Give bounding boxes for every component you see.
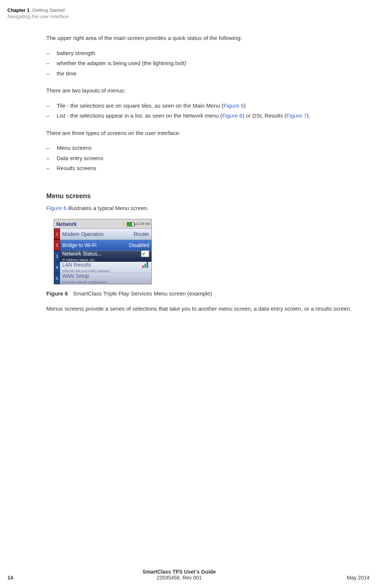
figure-label: Figure 6 (46, 290, 68, 297)
status-list: battery strength whether the adapter is … (46, 49, 369, 78)
device-menu-row[interactable]: 3Network Status...IP Address status, etc… (54, 251, 151, 262)
list-item: whether the adapter is being used (the l… (46, 59, 369, 68)
section-heading: Menu screens (46, 191, 369, 201)
figure: Network ⚡ 11:39 AM 1Modem OperationRoute… (54, 219, 369, 284)
row-number: 4 (54, 262, 60, 273)
row-number: 3 (54, 251, 60, 262)
list-item: Menu screens (46, 144, 369, 152)
device-title: Network (56, 220, 77, 228)
row-cell: Bridge to Wi-FiDisabled (60, 240, 151, 251)
footer-date: May 2014 (332, 575, 369, 581)
row-cell: LAN ResultsEthernet link and traffic sta… (60, 262, 151, 273)
list-item: Data entry screens (46, 154, 369, 163)
row-label: Bridge to Wi-Fi (62, 241, 97, 249)
footer-title: SmartClass TPS User's Guide (143, 569, 216, 575)
list-item: battery strength (46, 49, 369, 58)
device-screenshot: Network ⚡ 11:39 AM 1Modem OperationRoute… (54, 219, 152, 284)
layouts-list: Tile - the selections are on square tile… (46, 102, 369, 120)
row-number: 2 (54, 240, 60, 251)
list-item: the time (46, 70, 369, 78)
figure-link[interactable]: Figure 5 (224, 102, 244, 109)
layouts-intro: There are two layouts of menus: (46, 87, 369, 95)
list-item: Tile - the selections are on square tile… (46, 102, 369, 110)
footer-doc: 22035456, Rev 001 (157, 575, 202, 581)
row-cell: WAN SetupExternal network configuration (60, 273, 151, 284)
lightning-icon: ⚡ (122, 222, 126, 227)
row-label: LAN Results (62, 261, 91, 269)
row-subtitle: External network configuration (62, 280, 149, 285)
figure-caption: Figure 6SmartClass Triple Play Services … (46, 290, 369, 298)
row-label: WAN Setup (62, 272, 89, 280)
row-cell: Modem OperationRouter (60, 229, 151, 240)
chapter-subtitle: Navigating the user interface (7, 14, 369, 19)
device-title-bar: Network ⚡ 11:39 AM (54, 219, 151, 229)
device-menu-row[interactable]: 4LAN ResultsEthernet link and traffic st… (54, 262, 151, 273)
device-menu-row[interactable]: 5WAN SetupExternal network configuration (54, 273, 151, 284)
figure-link[interactable]: Figure 6 (46, 205, 67, 211)
list-item: List - the selections appear in a list, … (46, 112, 369, 120)
row-number: 5 (54, 273, 60, 284)
figure-link[interactable]: Figure 7 (287, 112, 307, 119)
figure-caption-text: SmartClass Triple Play Services Menu scr… (73, 290, 212, 297)
page-footer: 14 SmartClass TPS User's Guide 22035456,… (7, 569, 369, 581)
device-time: 11:39 AM (136, 222, 150, 227)
row-value: Disabled (129, 241, 149, 249)
row-value: Router (134, 230, 149, 238)
intro-paragraph: The upper right area of the main screen … (46, 34, 369, 43)
menu-intro: Figure 6 illustrates a typical Menu scre… (46, 204, 369, 213)
chapter-title: Getting Started (32, 7, 64, 13)
row-number: 1 (54, 229, 60, 240)
closing-paragraph: Menus screens provide a series of select… (46, 305, 369, 313)
figure-link[interactable]: Figure 6 (222, 112, 242, 119)
screen-types-list: Menu screens Data entry screens Results … (46, 144, 369, 173)
chapter-label: Chapter 1 (7, 7, 30, 13)
row-label: Network Status... (62, 250, 102, 258)
battery-icon (127, 222, 134, 226)
row-label: Modem Operation (62, 230, 104, 238)
list-item: Results screens (46, 164, 369, 173)
screen-types-intro: There are three types of screens on the … (46, 129, 369, 138)
bar-chart-icon (141, 261, 149, 268)
device-menu-row[interactable]: 2Bridge to Wi-FiDisabled (54, 240, 151, 251)
page-number: 14 (7, 575, 26, 581)
chapter-header: Chapter 1 Getting Started (7, 7, 369, 13)
device-status-area: ⚡ 11:39 AM (122, 222, 150, 227)
row-cell: Network Status...IP Address status, etc. (60, 251, 151, 262)
device-menu-row[interactable]: 1Modem OperationRouter (54, 229, 151, 240)
footer-center: SmartClass TPS User's Guide 22035456, Re… (26, 569, 332, 581)
check-icon (141, 250, 149, 257)
